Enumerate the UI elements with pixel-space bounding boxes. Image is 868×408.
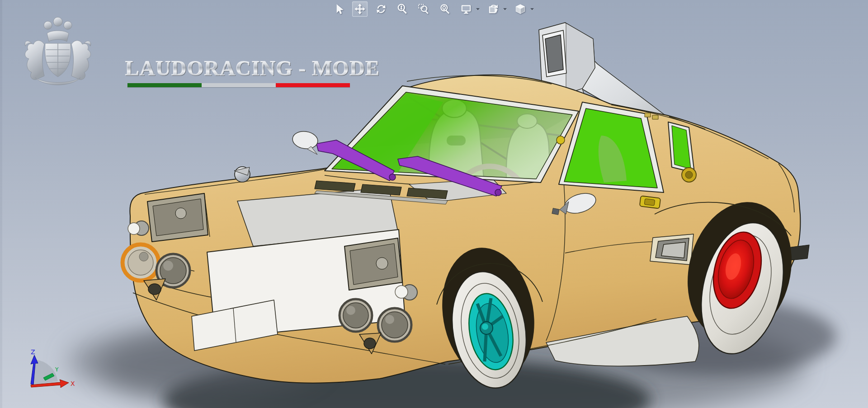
display-mode-button[interactable] — [458, 1, 474, 17]
monitor-icon — [460, 3, 472, 15]
y-axis-label: Y — [55, 366, 59, 373]
rotate-arrows-icon — [375, 3, 387, 15]
model-views-button[interactable] — [486, 1, 501, 17]
periscope-opening — [545, 35, 563, 73]
magnifier-vertical-arrow-icon — [396, 3, 408, 15]
z-axis-label: Z — [31, 348, 35, 356]
left-mirror — [292, 130, 319, 150]
flag-silver — [202, 83, 276, 87]
turn-signal-right — [395, 286, 408, 298]
select-tool-button[interactable] — [331, 1, 346, 17]
fuel-cap[interactable] — [234, 167, 250, 182]
view-orientation-dropdown-caret[interactable] — [530, 8, 534, 10]
cursor-arrow-icon — [333, 3, 344, 15]
magnifier-dashed-box-icon — [418, 3, 429, 15]
turn-signal-left — [128, 223, 140, 234]
model-views-dropdown-caret[interactable] — [503, 8, 507, 10]
interior-mirror-dot — [557, 136, 565, 144]
zoom-in-out-button[interactable] — [395, 1, 410, 17]
logo-title: LAUDORACING - MODEL — [125, 56, 378, 80]
zoom-to-area-button[interactable] — [416, 1, 431, 17]
italian-flag-bar — [127, 83, 350, 87]
cube-icon — [514, 3, 526, 15]
rotate-tool-button[interactable] — [373, 1, 389, 17]
flag-green — [127, 83, 202, 87]
laudoracing-watermark: LAUDORACING - MODEL — [18, 16, 108, 90]
box-arrow-icon — [487, 3, 499, 15]
display-mode-dropdown-caret[interactable] — [476, 8, 480, 10]
x-axis-label: X — [71, 380, 75, 387]
magnifier-fit-icon — [439, 3, 451, 15]
view-orientation-button[interactable] — [513, 1, 528, 17]
pan-tool-button[interactable] — [352, 1, 368, 17]
quarter-naca-duct — [650, 234, 693, 265]
coordinate-triad: Z Y X — [19, 348, 78, 398]
zoom-to-fit-button[interactable] — [437, 1, 453, 17]
flag-red — [276, 83, 350, 87]
pan-arrows-icon — [354, 3, 366, 15]
heraldic-crest-icon — [18, 16, 108, 89]
view-toolbar — [331, 1, 534, 17]
